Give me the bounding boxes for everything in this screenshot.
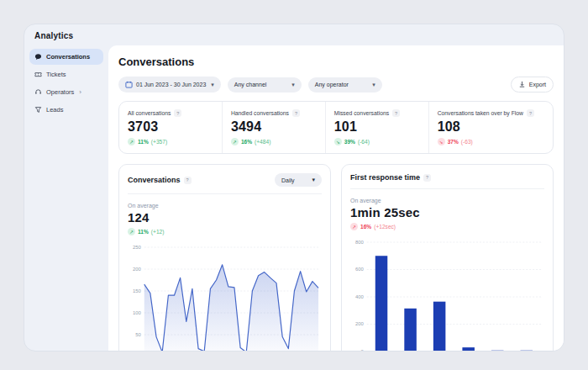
avg-response-time-value: 1min 25sec [350,205,544,219]
change-delta: (-63) [461,139,473,145]
page-title: Conversations [118,56,554,68]
stat-value: 3494 [231,119,317,135]
avg-conversations-value: 124 [128,210,322,225]
stats-row: All conversations ? 3703 ↗ 11% (+357) Ha… [118,101,554,154]
sidebar: Conversations Tickets Operators › Leads [24,45,108,351]
sidebar-item-label: Tickets [46,71,66,78]
stat-trend: ↘ 39% (-64) [334,138,420,145]
first-response-panel-title: First response time [350,173,420,182]
download-icon [518,81,526,88]
caret-down-icon: ▾ [291,82,295,88]
sidebar-item-label: Operators [46,88,74,96]
funnel-icon [34,106,42,114]
avg-label: On average [350,198,544,204]
change-delta: (+12sec) [374,224,396,230]
sidebar-item-tickets[interactable]: Tickets [29,66,103,82]
change-percent: 16% [241,139,252,145]
stat-trend: ↘ 37% (-63) [438,138,544,145]
main-content: Conversations 01 Jun 2023 - 30 Jun 2023 … [108,45,564,351]
change-percent: 11% [138,229,149,235]
sidebar-item-label: Leads [46,106,63,114]
help-icon[interactable]: ? [184,177,192,184]
trend-arrow-icon: ↘ [336,140,340,145]
avg-label: On average [128,203,322,209]
change-delta: (+357) [151,139,167,145]
sidebar-item-label: Conversations [46,53,90,61]
calendar-icon [125,81,133,88]
help-icon[interactable]: ? [292,109,300,117]
svg-text:0: 0 [361,349,365,352]
change-percent: 16% [360,224,371,230]
svg-text:250: 250 [133,245,142,250]
caret-down-icon: ▾ [372,82,375,88]
stat-value: 108 [438,119,544,135]
caret-down-icon: ▾ [211,82,214,88]
trend-arrow-icon: ↗ [129,230,134,235]
sidebar-item-operators[interactable]: Operators › [29,84,103,100]
channel-value: Any channel [234,82,267,87]
charts-row: Conversations ? Daily ▾ On average 124 ↗… [118,164,554,352]
export-label: Export [529,82,546,87]
stat-card: Conversations taken over by Flow ? 108 ↘… [428,102,553,153]
sidebar-item-leads[interactable]: Leads [29,102,103,118]
operator-select[interactable]: Any operator ▾ [308,77,382,92]
svg-text:600: 600 [355,267,365,272]
caret-down-icon: ▾ [312,177,315,183]
conversations-chart-panel: Conversations ? Daily ▾ On average 124 ↗… [118,164,331,352]
change-delta: (+12) [151,229,165,235]
stat-label: All conversations [128,110,171,116]
trend-arrow-icon: ↗ [129,140,134,145]
sidebar-item-conversations[interactable]: Conversations [29,49,103,65]
filter-bar: 01 Jun 2023 - 30 Jun 2023 ▾ Any channel … [118,77,554,92]
date-range-picker[interactable]: 01 Jun 2023 - 30 Jun 2023 ▾ [118,77,221,92]
channel-select[interactable]: Any channel ▾ [228,77,302,92]
svg-text:50: 50 [135,332,141,337]
stat-trend: ↗ 11% (+357) [128,138,213,145]
first-response-chart-panel: First response time ? On average 1min 25… [341,164,554,352]
trend-arrow-icon: ↗ [352,225,356,230]
svg-text:150: 150 [133,288,142,293]
stat-label: Handled conversations [231,110,289,116]
help-icon[interactable]: ? [392,109,400,117]
help-icon[interactable]: ? [174,109,181,117]
stat-card: All conversations ? 3703 ↗ 11% (+357) [119,102,222,153]
export-button[interactable]: Export [511,77,554,92]
trend-arrow-icon: ↘ [439,140,444,145]
trend-arrow-icon: ↗ [233,140,237,145]
svg-text:200: 200 [355,321,365,326]
change-delta: (+484) [255,139,270,145]
svg-text:800: 800 [355,240,365,245]
conversations-panel-title: Conversations [128,176,181,184]
app-header: Analytics [24,24,564,45]
help-icon[interactable]: ? [423,174,431,182]
period-value: Daily [281,177,295,183]
avg-response-trend: ↗ 16% (+12sec) [350,223,544,230]
svg-text:400: 400 [355,294,365,299]
date-range-value: 01 Jun 2023 - 30 Jun 2023 [136,82,206,87]
ticket-icon [34,71,42,78]
stat-card: Handled conversations ? 3494 ↗ 16% (+484… [222,102,325,153]
chevron-right-icon: › [79,88,81,96]
stat-label: Conversations taken over by Flow [438,110,523,116]
period-select[interactable]: Daily ▾ [275,173,322,187]
conversations-area-chart: 050100150200250Jun 1Jun 5Jun 9Jun 13Jun … [128,242,322,352]
help-icon[interactable]: ? [527,109,534,117]
first-response-bar-chart: 02004006008000 - 30sec30 - 60sec1 - 5min… [350,237,544,352]
chat-icon [34,53,42,61]
headset-icon [34,88,42,96]
change-delta: (-64) [358,139,370,145]
stat-card: Missed conversations ? 101 ↘ 39% (-64) [325,102,428,153]
stat-label: Missed conversations [334,110,389,116]
svg-text:100: 100 [133,310,142,315]
change-percent: 39% [344,139,355,145]
avg-conversations-trend: ↗ 11% (+12) [128,228,322,235]
app-title: Analytics [34,31,554,40]
stat-trend: ↗ 16% (+484) [231,138,317,145]
analytics-window: Analytics Conversations Tickets Operator… [24,24,564,352]
stat-value: 3703 [128,119,213,135]
operator-value: Any operator [315,82,349,87]
change-percent: 11% [138,139,149,145]
change-percent: 37% [448,139,459,145]
svg-text:200: 200 [133,267,142,272]
stat-value: 101 [334,119,420,135]
